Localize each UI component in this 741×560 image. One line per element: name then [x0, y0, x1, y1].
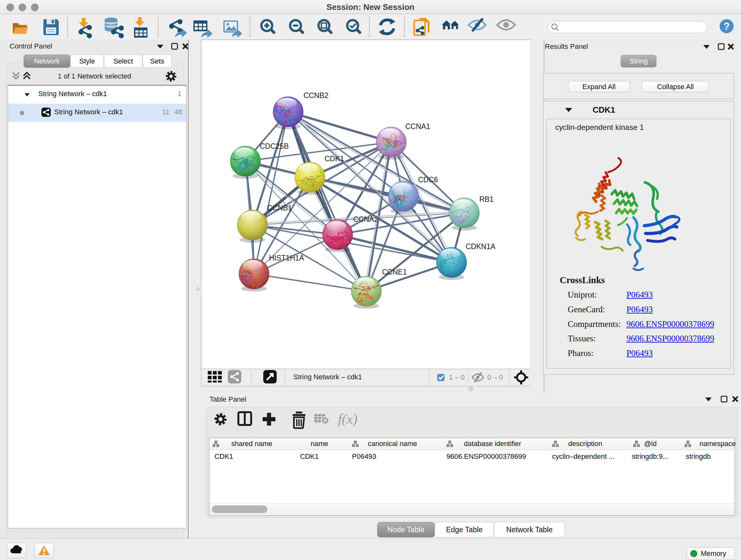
- svg-text:CDK1: CDK1: [325, 154, 344, 163]
- svg-text:CCNB1: CCNB1: [267, 204, 292, 212]
- svg-text:CCNE1: CCNE1: [382, 268, 407, 276]
- svg-text:RB1: RB1: [479, 195, 494, 203]
- svg-text:CCNA2: CCNA2: [353, 215, 378, 224]
- svg-text:CCNB2: CCNB2: [304, 91, 328, 100]
- svg-text:CDC6: CDC6: [418, 176, 438, 184]
- svg-text:CDKN1A: CDKN1A: [466, 242, 495, 251]
- svg-text:CDC25B: CDC25B: [260, 142, 289, 150]
- svg-text:?: ?: [724, 20, 730, 32]
- svg-text:HIST1H1A: HIST1H1A: [269, 254, 305, 262]
- svg-text:f(x): f(x): [338, 411, 357, 427]
- svg-text:CCNA1: CCNA1: [405, 122, 430, 131]
